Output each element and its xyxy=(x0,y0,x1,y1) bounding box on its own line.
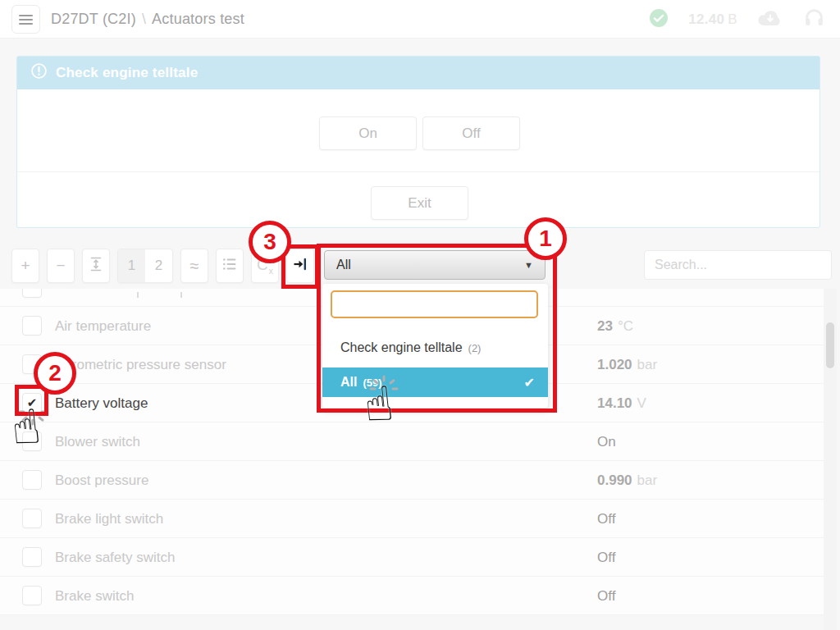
row-label: Brake safety switch xyxy=(55,538,175,577)
filter-dropdown-panel: Check engine telltale(2)All(59)✔ xyxy=(322,284,548,408)
filter-option[interactable]: Check engine telltale(2) xyxy=(322,333,548,363)
row-value: 1.020bar xyxy=(597,345,657,384)
one-column-button[interactable]: 1 xyxy=(118,249,145,282)
skip-to-end-button[interactable] xyxy=(286,249,314,283)
table-row: Brake light switchOff xyxy=(0,500,824,538)
row-label: Brake switch xyxy=(55,577,134,615)
row-checkbox[interactable] xyxy=(22,470,42,490)
dialog-divider xyxy=(17,171,819,172)
table-row: Boost pressure0.990bar xyxy=(0,461,824,500)
top-bar: D27DT (C2I) \ Actuators test 12.40B xyxy=(0,0,840,39)
list-icon xyxy=(221,255,239,277)
battery-voltage-indicator: 12.40B xyxy=(688,11,737,28)
row-height-button[interactable] xyxy=(82,249,110,283)
row-checkbox[interactable] xyxy=(22,547,42,567)
filter-search-input[interactable] xyxy=(331,290,538,318)
row-label: Battery voltage xyxy=(55,384,148,422)
row-value: Off xyxy=(597,538,615,577)
row-value: 23°C xyxy=(597,307,633,345)
headset-icon[interactable] xyxy=(803,7,825,32)
row-value: 14.10V xyxy=(597,384,646,422)
off-button[interactable]: Off xyxy=(422,116,520,150)
breadcrumb: D27DT (C2I) \ Actuators test xyxy=(51,0,244,39)
row-label: Boost pressure xyxy=(55,461,148,500)
status-check-icon xyxy=(649,8,669,31)
row-checkbox[interactable]: ✔ xyxy=(22,393,42,413)
breadcrumb-separator: \ xyxy=(142,11,146,28)
row-label: Air temperature xyxy=(55,307,151,345)
scrollbar-thumb[interactable] xyxy=(826,322,834,368)
on-button[interactable]: On xyxy=(319,116,417,150)
vertical-scrollbar[interactable] xyxy=(824,289,837,630)
row-checkbox[interactable] xyxy=(22,316,42,336)
row-value: Off xyxy=(597,577,615,615)
chevron-down-icon: ▼ xyxy=(524,260,533,270)
filter-select[interactable]: All ▼ xyxy=(324,250,546,280)
table-row: Blower switchOn xyxy=(0,422,824,461)
breadcrumb-vehicle: D27DT (C2I) xyxy=(51,11,136,28)
row-value-unit: bar xyxy=(637,357,658,373)
row-label: Barometric pressure sensor xyxy=(55,345,226,384)
search-input[interactable] xyxy=(644,250,832,280)
option-label: All xyxy=(340,375,357,390)
clear-icon: Cx xyxy=(257,256,273,276)
filter-selected-value: All xyxy=(336,258,351,272)
clear-selection-button[interactable]: Cx xyxy=(251,249,279,283)
add-button[interactable]: + xyxy=(11,249,39,283)
arrow-to-bar-icon xyxy=(291,255,309,277)
dialog-header: Check engine telltale xyxy=(17,57,819,89)
remove-button[interactable]: − xyxy=(47,249,75,283)
wave-icon: ≈ xyxy=(190,257,199,276)
row-value-unit: V xyxy=(637,395,646,412)
exit-button[interactable]: Exit xyxy=(371,186,468,220)
row-checkbox[interactable] xyxy=(22,354,42,374)
row-height-icon xyxy=(87,255,105,277)
option-count: (59) xyxy=(363,377,381,389)
row-checkbox[interactable] xyxy=(22,289,42,298)
row-value-unit: bar xyxy=(637,472,658,489)
table-row: Brake safety switchOff xyxy=(0,538,824,577)
dialog-title: Check engine telltale xyxy=(56,65,198,81)
row-checkbox[interactable] xyxy=(22,509,42,528)
list-view-button[interactable] xyxy=(216,249,244,283)
filter-option[interactable]: All(59)✔ xyxy=(322,368,548,397)
option-count: (2) xyxy=(468,342,482,354)
info-circle-icon xyxy=(30,62,48,84)
actuator-dialog: Check engine telltale On Off Exit xyxy=(16,56,820,228)
hamburger-icon xyxy=(19,15,33,25)
table-row: Brake switchOff xyxy=(0,577,824,615)
option-label: Check engine telltale xyxy=(340,340,463,355)
check-icon: ✔ xyxy=(524,375,535,390)
menu-button[interactable] xyxy=(11,5,40,34)
row-value: Off xyxy=(597,500,615,538)
row-label: Brake light switch xyxy=(55,500,163,538)
column-count-group: 1 2 xyxy=(117,249,173,283)
graph-button[interactable]: ≈ xyxy=(180,249,208,283)
row-label: Blower switch xyxy=(55,422,140,461)
breadcrumb-page: Actuators test xyxy=(152,11,244,28)
row-checkbox[interactable] xyxy=(22,431,42,451)
row-value: 0.990bar xyxy=(597,461,657,500)
two-column-button[interactable]: 2 xyxy=(145,249,172,282)
cloud-download-icon[interactable] xyxy=(757,8,783,30)
row-value: On xyxy=(597,422,616,461)
row-checkbox[interactable] xyxy=(22,586,42,605)
row-value-unit: °C xyxy=(618,318,633,335)
